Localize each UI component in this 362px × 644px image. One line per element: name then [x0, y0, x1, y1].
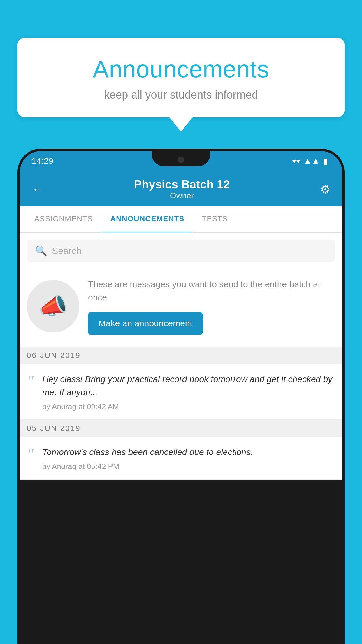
wifi-icon: ▾▾	[292, 156, 300, 166]
tab-announcements[interactable]: ANNOUNCEMENTS	[101, 206, 193, 232]
settings-icon[interactable]: ⚙	[320, 183, 331, 196]
app-header: ← Physics Batch 12 Owner ⚙	[20, 171, 342, 206]
phone-frame: 14:29 ▾▾ ▲▲ ▮ ← Physics Batch 12 Owner ⚙…	[17, 149, 345, 644]
quote-icon-1: "	[27, 374, 35, 389]
batch-title: Physics Batch 12	[44, 178, 320, 191]
announcement-item-1[interactable]: " Hey class! Bring your practical record…	[20, 364, 342, 420]
status-time: 14:29	[31, 156, 53, 166]
tab-tests[interactable]: TESTS	[193, 206, 236, 232]
quote-icon-2: "	[27, 447, 35, 462]
tabs-container: ASSIGNMENTS ANNOUNCEMENTS TESTS	[20, 206, 342, 233]
battery-icon: ▮	[323, 156, 328, 166]
announcement-item-2[interactable]: " Tomorrow's class has been cancelled du…	[20, 437, 342, 480]
announcement-icon-circle: 📣	[27, 280, 79, 332]
date-separator-2: 05 JUN 2019	[20, 420, 342, 437]
speech-bubble-tail	[169, 117, 193, 132]
search-placeholder: Search	[52, 246, 81, 256]
phone-screen: 🔍 Search 📣 These are messages you want t…	[20, 233, 342, 480]
speech-bubble-container: Announcements keep all your students inf…	[17, 38, 345, 132]
phone-notch	[152, 151, 210, 166]
announcement-content-2: Tomorrow's class has been cancelled due …	[42, 445, 335, 471]
search-bar[interactable]: 🔍 Search	[27, 240, 335, 262]
search-icon: 🔍	[35, 245, 47, 257]
phone-inner: 14:29 ▾▾ ▲▲ ▮ ← Physics Batch 12 Owner ⚙…	[20, 151, 342, 644]
speech-bubble-subtitle: keep all your students informed	[35, 89, 327, 101]
tab-assignments[interactable]: ASSIGNMENTS	[26, 206, 101, 232]
status-icons: ▾▾ ▲▲ ▮	[292, 156, 328, 166]
empty-state-text: These are messages you want to send to t…	[88, 278, 335, 304]
empty-state: 📣 These are messages you want to send to…	[20, 269, 342, 347]
batch-subtitle: Owner	[44, 191, 320, 200]
announcement-content-1: Hey class! Bring your practical record b…	[42, 372, 335, 411]
announcement-meta-1: by Anurag at 09:42 AM	[42, 402, 335, 411]
make-announcement-button[interactable]: Make an announcement	[88, 312, 203, 335]
announcement-meta-2: by Anurag at 05:42 PM	[42, 462, 335, 471]
empty-state-right: These are messages you want to send to t…	[88, 278, 335, 335]
date-separator-1: 06 JUN 2019	[20, 347, 342, 364]
back-button[interactable]: ←	[31, 182, 44, 196]
header-title-group: Physics Batch 12 Owner	[44, 178, 320, 200]
speech-bubble-title: Announcements	[35, 55, 327, 83]
megaphone-icon: 📣	[38, 293, 68, 320]
speech-bubble: Announcements keep all your students inf…	[17, 38, 345, 117]
announcement-text-1: Hey class! Bring your practical record b…	[42, 372, 335, 399]
announcement-text-2: Tomorrow's class has been cancelled due …	[42, 445, 335, 459]
camera	[178, 157, 184, 163]
signal-icon: ▲▲	[304, 156, 320, 166]
